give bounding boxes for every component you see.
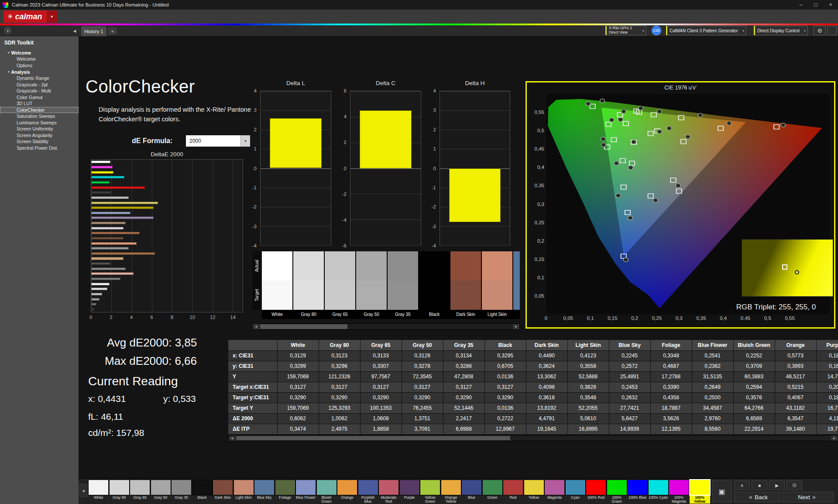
maximize-button[interactable]: □: [808, 0, 823, 10]
strip-scroll-left-button[interactable]: ◄: [79, 484, 87, 497]
delta-axis-label: 2: [254, 127, 257, 132]
meter-selector[interactable]: X-Rite i1Pro 2 Direct View ▼: [605, 26, 646, 35]
table-cell: 5,0610: [567, 413, 609, 424]
pattern-black[interactable]: Black: [192, 479, 213, 504]
sidebar-item-grayscale-2pt[interactable]: Grayscale - 2pt: [0, 82, 79, 88]
pattern-100-yellow[interactable]: 100% Yellow: [690, 479, 710, 504]
pattern-blue[interactable]: Blue: [461, 479, 482, 504]
sidebar-item-screen-angularity[interactable]: Screen Angularity: [0, 132, 79, 139]
settings-button[interactable]: ⚙: [814, 26, 826, 35]
table-cell: 2,4975: [319, 424, 360, 434]
next-button-label: Next: [798, 494, 810, 501]
pattern-white[interactable]: White: [88, 479, 109, 504]
sidebar-item-options[interactable]: Options: [0, 62, 79, 69]
pattern-yellow-green[interactable]: Yellow Green: [420, 479, 440, 504]
add-tab-button[interactable]: +: [108, 27, 117, 35]
pattern-green[interactable]: Green: [482, 479, 503, 504]
pattern-gray-80[interactable]: Gray 80: [109, 479, 130, 504]
pattern-dark-skin[interactable]: Dark Skin: [213, 479, 233, 504]
strip-expand-button[interactable]: ∧: [734, 480, 750, 490]
pattern-moderate-red[interactable]: Moderate Red: [378, 479, 399, 504]
calman-logo-mark-icon: ✳: [3, 13, 15, 21]
sidebar-group-welcome[interactable]: ▾Welcome: [0, 49, 79, 56]
scroll-right-icon[interactable]: ►: [513, 324, 519, 329]
scroll-left-icon[interactable]: ◄: [253, 324, 259, 329]
sidebar-item-welcome[interactable]: Welcome: [0, 56, 79, 62]
deltae-bar: [91, 262, 110, 265]
pattern-bluish-green[interactable]: Bluish Green: [316, 479, 337, 504]
cie-measured-marker: [653, 198, 658, 202]
next-button[interactable]: Next »: [782, 492, 834, 502]
pattern-100-red[interactable]: 100% Red: [586, 479, 606, 504]
sidebar-item-grayscale-multi[interactable]: Grayscale - Multi: [0, 88, 79, 94]
tab-history-1[interactable]: History 1: [81, 26, 106, 36]
pattern-foliage[interactable]: Foliage: [275, 479, 295, 504]
sidebar-item-3d-lut[interactable]: 3D LUT: [0, 100, 79, 107]
pattern-100-cyan[interactable]: 100% Cyan: [648, 479, 669, 504]
play-icon: ▶: [775, 483, 779, 488]
delta-c-title: Delta C: [350, 80, 421, 86]
delta-axis-label: 3: [254, 107, 257, 113]
meter-status-badge[interactable]: 235: [652, 26, 661, 35]
sidebar-group-analysis[interactable]: ▾Analysis: [0, 69, 79, 75]
sidebar-item-color-gamut[interactable]: Color Gamut: [0, 94, 79, 101]
pattern-100-blue[interactable]: 100% Blue: [627, 479, 648, 504]
pattern-gray-35[interactable]: Gray 35: [171, 479, 192, 504]
cie-x-tick: 0,45: [741, 315, 750, 321]
pattern-orange-yellow[interactable]: Orange Yellow: [441, 479, 461, 504]
swatch-scrollbar-thumb[interactable]: [260, 324, 347, 329]
pattern-gray-50[interactable]: Gray 50: [151, 479, 171, 504]
sidebar-item-spectral-power-dist[interactable]: Spectral Power Dist.: [0, 145, 79, 151]
close-button[interactable]: ×: [823, 0, 838, 10]
workspace-menu-button[interactable]: ●: [4, 27, 11, 34]
scroll-left-icon[interactable]: ◄: [229, 435, 235, 441]
minimize-button[interactable]: –: [793, 0, 808, 10]
pattern-gray-65[interactable]: Gray 65: [130, 479, 150, 504]
panel-toggle-button[interactable]: [828, 26, 837, 35]
pattern-magenta[interactable]: Magenta: [544, 479, 565, 504]
table-cell: 14,9939: [609, 424, 650, 434]
pattern-window-button[interactable]: ▣: [712, 480, 732, 502]
pattern-purplish-blue[interactable]: Purplish Blue: [358, 479, 378, 504]
delta-gridline: [350, 91, 421, 92]
pattern-cyan[interactable]: Cyan: [565, 479, 586, 504]
sidebar-item-saturation-sweeps[interactable]: Saturation Sweeps: [0, 113, 79, 120]
pattern-blue-flower[interactable]: Blue Flower: [295, 479, 316, 504]
deltae-axis-label: 0: [89, 315, 92, 320]
calman-logo-text: calman: [15, 12, 47, 21]
stop-button[interactable]: ■: [752, 480, 767, 490]
pattern-label: Orange: [337, 496, 357, 504]
sidebar-item-colorchecker[interactable]: ColorChecker: [0, 107, 79, 113]
sidebar-item-screen-stability[interactable]: Screen Stability: [0, 138, 79, 145]
pattern-100-green[interactable]: 100% Green: [607, 479, 627, 504]
sidebar-item-screen-uniformity[interactable]: Screen Uniformity: [0, 126, 79, 132]
display-control-selector[interactable]: Direct Display Control ▼: [754, 26, 808, 35]
pattern-light-skin[interactable]: Light Skin: [234, 479, 254, 504]
de-formula-dropdown[interactable]: 2000 ▼: [186, 135, 250, 147]
table-cell: 0,3290: [277, 392, 319, 403]
record-button[interactable]: ⊙: [786, 480, 802, 490]
pattern-swatch: [648, 480, 669, 495]
pattern-purple[interactable]: Purple: [399, 479, 420, 504]
sidebar-item-luminance-sweeps[interactable]: Luminance Sweeps: [0, 120, 79, 126]
sidebar-item-dynamic-range[interactable]: Dynamic Range: [0, 75, 79, 82]
swatch-scrollbar[interactable]: ◄ ►: [252, 323, 520, 330]
pattern-yellow[interactable]: Yellow: [524, 479, 544, 504]
pattern-100-magenta[interactable]: 100% Magenta: [669, 479, 689, 504]
pattern-orange[interactable]: Orange: [337, 479, 357, 504]
play-button[interactable]: ▶: [769, 480, 785, 490]
calman-logo[interactable]: ✳ calman ▼: [3, 10, 57, 23]
table-scrollbar-thumb[interactable]: [236, 436, 510, 440]
pattern-swatch: [607, 480, 627, 495]
scroll-right-icon[interactable]: ►: [831, 435, 838, 441]
pattern-blue-sky[interactable]: Blue Sky: [254, 479, 275, 504]
table-cell: 64,2766: [733, 403, 775, 413]
pattern-generator-selector[interactable]: CalMAN Client 3 Pattern Generator ▼: [666, 26, 746, 35]
sidebar-collapse-button[interactable]: ◀: [71, 27, 78, 34]
table-scrollbar[interactable]: ◄ ►: [228, 435, 838, 441]
pattern-red[interactable]: Red: [503, 479, 523, 504]
pattern-label: Light Skin: [234, 496, 254, 504]
back-button[interactable]: « Back: [734, 492, 780, 502]
logo-menu-dropdown[interactable]: ▼: [47, 10, 57, 23]
cie-1976-panel: CIE 1976 u'v' 0,050,10,150,20,250,30,350…: [525, 81, 835, 329]
